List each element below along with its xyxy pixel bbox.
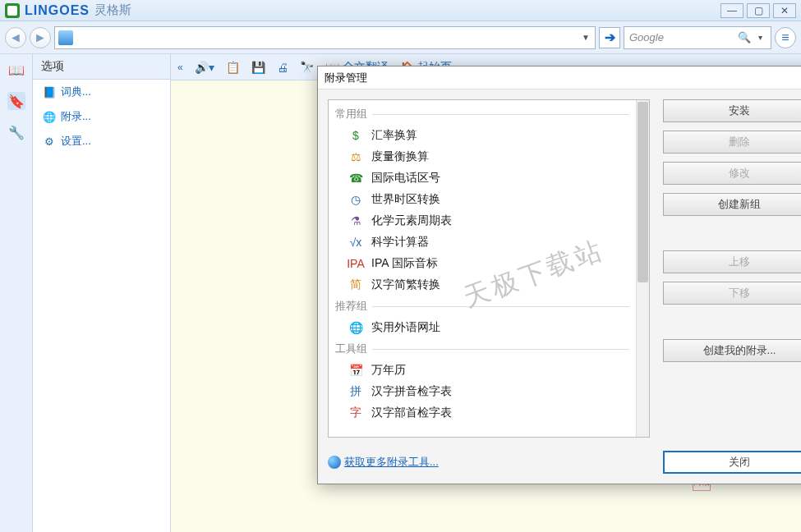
address-dropdown-icon[interactable]: ▼: [580, 33, 592, 42]
list-item-label: 万年历: [371, 363, 406, 378]
globe-icon: [328, 456, 341, 469]
sidebar-item-label: 附录...: [61, 109, 91, 124]
scale-icon: ⚖: [348, 149, 363, 164]
list-item-label: 科学计算器: [371, 235, 429, 250]
list-item-label: 化学元素周期表: [371, 213, 452, 228]
delete-button[interactable]: 删除: [663, 131, 801, 154]
speaker-icon[interactable]: 🔊▾: [195, 61, 214, 74]
tab-appendix-icon[interactable]: 🔖: [7, 92, 25, 110]
list-item-label: 国际电话区号: [371, 171, 440, 186]
go-button[interactable]: ➔: [599, 27, 620, 48]
save-icon[interactable]: 💾: [251, 61, 265, 74]
binocular-icon[interactable]: 🔭: [300, 61, 314, 74]
sidebar-item-appendix[interactable]: 🌐 附录...: [33, 104, 170, 129]
collapse-icon[interactable]: «: [177, 62, 183, 73]
dollar-icon: $: [348, 128, 363, 143]
forward-button[interactable]: ►: [30, 27, 51, 48]
group-label: 推荐组: [334, 296, 631, 317]
globe-icon: 🌐: [348, 320, 363, 335]
group-label: 常用组: [334, 103, 631, 125]
ipa-icon: IPA: [348, 256, 363, 271]
clock-icon: ◷: [348, 192, 363, 207]
print-icon[interactable]: 🖨: [277, 61, 288, 74]
side-panel-header: 选项: [33, 54, 170, 80]
list-item-label: 汉字部首检字表: [371, 406, 452, 420]
list-item-label: 世界时区转换: [371, 192, 440, 207]
content-area: « 🔊▾ 📋 💾 🖨 🔭 📖 全文翻译 🏠 起始页 简繁 附录管理 ✕ 常用组$…: [171, 54, 801, 532]
app-logo-icon: [5, 3, 20, 18]
list-item-label: 汇率换算: [371, 128, 417, 143]
dialog-footer: 获取更多附录工具... 关闭: [318, 447, 801, 484]
list-item[interactable]: ☎国际电话区号: [334, 167, 631, 189]
minimize-button[interactable]: —: [720, 3, 743, 18]
moveup-button[interactable]: 上移: [663, 250, 801, 273]
scrollbar[interactable]: [636, 100, 649, 437]
book-icon: 📘: [43, 85, 56, 99]
list-item[interactable]: √x科学计算器: [334, 232, 631, 253]
appendix-list[interactable]: 常用组$汇率换算⚖度量衡换算☎国际电话区号◷世界时区转换⚗化学元素周期表√x科学…: [328, 99, 650, 438]
dialog-title: 附录管理: [325, 71, 367, 85]
address-box[interactable]: ▼: [54, 26, 596, 49]
search-icon[interactable]: 🔍: [738, 31, 751, 44]
list-item-label: 汉字拼音检字表: [371, 384, 452, 399]
globe-icon: 🌐: [43, 110, 56, 123]
create-my-appendix-button[interactable]: 创建我的附录...: [663, 339, 801, 362]
sidebar-item-dict[interactable]: 📘 词典...: [33, 80, 170, 104]
maximize-button[interactable]: ▢: [747, 3, 770, 18]
sidebar-item-label: 设置...: [61, 134, 91, 149]
pinyin-icon: 拼: [348, 384, 363, 399]
newgroup-button[interactable]: 创建新组: [663, 193, 801, 216]
google-search[interactable]: Google 🔍 ▾: [624, 26, 771, 49]
modify-button[interactable]: 修改: [663, 162, 801, 185]
list-item-label: 汉字简繁转换: [371, 277, 440, 292]
scrollbar-thumb[interactable]: [638, 102, 648, 282]
list-item[interactable]: IPAIPA 国际音标: [334, 253, 631, 274]
calendar-icon: 📅: [348, 363, 363, 378]
movedown-button[interactable]: 下移: [663, 282, 801, 305]
list-item-label: 度量衡换算: [371, 149, 429, 164]
brand: LINGOES: [25, 3, 90, 18]
hanzi-icon: 简: [348, 277, 363, 292]
list-item[interactable]: 简汉字简繁转换: [334, 274, 631, 296]
list-item-label: 实用外语网址: [371, 320, 440, 335]
left-tab-strip: 📖 🔖 🔧: [0, 54, 33, 532]
menu-button[interactable]: ≡: [775, 27, 796, 48]
search-input[interactable]: [76, 31, 580, 44]
brand-cn: 灵格斯: [94, 2, 131, 18]
google-placeholder: Google: [629, 31, 738, 44]
group-label: 工具组: [334, 338, 631, 360]
close-button[interactable]: 关闭: [663, 451, 801, 474]
sidebar-item-label: 词典...: [61, 85, 91, 99]
list-item[interactable]: 拼汉字拼音检字表: [334, 381, 631, 402]
close-window-button[interactable]: ✕: [773, 3, 796, 18]
tab-settings-icon[interactable]: 🔧: [7, 123, 25, 141]
tab-dictionary-icon[interactable]: 📖: [7, 61, 25, 79]
list-item[interactable]: 📅万年历: [334, 360, 631, 381]
sidebar-item-settings[interactable]: ⚙ 设置...: [33, 129, 170, 154]
radical-icon: 字: [348, 406, 363, 420]
gear-icon: ⚙: [43, 135, 56, 148]
install-button[interactable]: 安装: [663, 99, 801, 122]
titlebar: LINGOES 灵格斯 — ▢ ✕: [0, 0, 801, 21]
side-panel: 选项 📘 词典... 🌐 附录... ⚙ 设置...: [33, 54, 171, 532]
address-icon: [58, 30, 73, 45]
list-item-label: IPA 国际音标: [371, 256, 438, 271]
calc-icon: √x: [348, 235, 363, 250]
flask-icon: ⚗: [348, 213, 363, 228]
phone-icon: ☎: [348, 171, 363, 186]
list-item[interactable]: ◷世界时区转换: [334, 189, 631, 210]
back-button[interactable]: ◄: [5, 27, 26, 48]
dialog-button-column: 安装 删除 修改 创建新组 上移 下移 创建我的附录...: [663, 99, 801, 438]
navbar: ◄ ► ▼ ➔ Google 🔍 ▾ ≡: [0, 21, 801, 54]
list-item[interactable]: 🌐实用外语网址: [334, 317, 631, 338]
list-item[interactable]: ⚗化学元素周期表: [334, 210, 631, 232]
google-dropdown-icon[interactable]: ▾: [754, 33, 766, 42]
list-item[interactable]: ⚖度量衡换算: [334, 146, 631, 167]
dialog-titlebar: 附录管理 ✕: [318, 66, 801, 89]
appendix-dialog: 附录管理 ✕ 常用组$汇率换算⚖度量衡换算☎国际电话区号◷世界时区转换⚗化学元素…: [317, 66, 801, 484]
list-item[interactable]: $汇率换算: [334, 125, 631, 146]
copy-icon[interactable]: 📋: [226, 61, 240, 74]
more-appendix-link[interactable]: 获取更多附录工具...: [328, 455, 439, 470]
list-item[interactable]: 字汉字部首检字表: [334, 402, 631, 424]
